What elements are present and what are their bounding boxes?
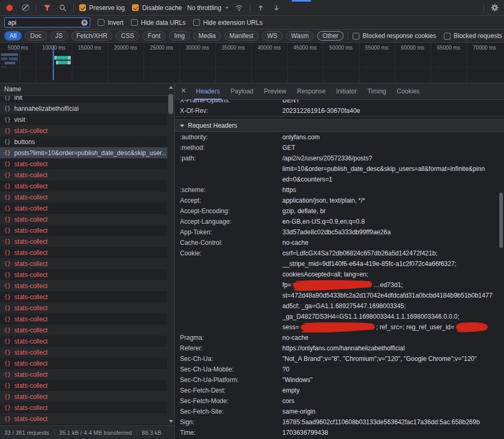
request-row[interactable]: {}stats-collect [0,347,174,358]
request-row[interactable]: {}visit [0,114,174,125]
json-doc-icon: {} [4,327,11,333]
request-row[interactable]: {}stats-collect [0,247,174,258]
scrollbar-thumb[interactable] [168,94,173,114]
tab-preview[interactable]: Preview [259,83,292,100]
request-row[interactable]: {}stats-collect [0,380,174,391]
timeline-tick-label: 5000 ms [8,45,28,51]
filter-chip-font[interactable]: Font [142,31,166,41]
clear-filter-icon[interactable]: × [81,20,88,26]
request-row[interactable]: {}stats-collect [0,192,174,203]
request-row[interactable]: {}buttons [0,136,174,147]
settings-button[interactable] [489,3,500,13]
json-doc-icon: {} [4,172,11,178]
record-button[interactable] [4,3,15,13]
request-row[interactable]: {}stats-collect [0,369,174,380]
request-row[interactable]: {}stats-collect [0,402,174,413]
scroll-down-icon[interactable] [169,420,173,423]
filter-toggle-button[interactable] [42,3,52,13]
request-row[interactable]: {}stats-collect [0,280,174,291]
search-button[interactable] [58,3,68,13]
checkbox-box[interactable] [98,19,104,26]
filter-chip-ws[interactable]: WS [262,31,282,41]
checkbox-hide-data-urls[interactable]: Hide data URLs [131,19,186,26]
details-scrollbar[interactable] [498,83,504,439]
timeline-gridline [179,43,180,83]
request-row[interactable]: {}stats-collect [0,391,174,402]
timeline-gridline [108,43,108,83]
filter-chip-css[interactable]: CSS [116,31,139,41]
request-row[interactable]: {}stats-collect [0,203,174,214]
json-doc-icon: {} [4,216,11,222]
filter-input[interactable]: api × [4,17,90,27]
tab-response[interactable]: Response [292,83,331,100]
request-row[interactable]: {}stats-collect [0,258,174,269]
network-conditions-button[interactable] [234,3,244,13]
header-value: onlyfans.com [282,132,504,142]
request-headers-section[interactable]: Request Headers [175,119,504,132]
filter-chip-wasm[interactable]: Wasm [286,31,315,41]
checkbox-blocked-requests[interactable]: Blocked requests [444,32,502,40]
clear-button[interactable] [20,3,31,13]
filter-chip-all[interactable]: All [4,31,22,41]
request-row[interactable]: {}hannahelizabethofficial [0,103,174,114]
timeline-overview[interactable]: 5000 ms10000 ms15000 ms20000 ms25000 ms3… [0,43,504,83]
request-row[interactable]: {}stats-collect [0,358,174,369]
request-row[interactable]: {}stats-collect [0,336,174,347]
name-column-header[interactable]: Name [0,83,174,96]
request-row[interactable]: {}stats-collect [0,269,174,280]
import-har-button[interactable] [255,3,266,13]
request-list-scrollbar[interactable] [167,83,174,425]
checkbox-invert[interactable]: Invert [98,19,123,26]
close-icon[interactable]: × [177,86,191,97]
scrollbar-thumb[interactable] [499,193,503,248]
checkbox-box[interactable] [444,33,451,40]
request-row[interactable]: {}stats-collect [0,214,174,225]
checkbox-blocked-response-cookies[interactable]: Blocked response cookies [353,32,436,40]
filter-chip-js[interactable]: JS [50,31,68,41]
scroll-up-icon[interactable] [169,86,173,89]
filter-chip-fetch-xhr[interactable]: Fetch/XHR [71,31,113,41]
filter-chip-other[interactable]: Other [317,31,344,41]
details-tabs: × HeadersPayloadPreviewResponseInitiator… [175,83,504,100]
filter-chip-manifest[interactable]: Manifest [224,31,259,41]
request-name: visit [14,116,25,123]
request-row[interactable]: {}stats-collect [0,236,174,247]
request-row[interactable]: {}stats-collect [0,413,174,424]
header-value-text: cookiesAccepted=all; lang=en; [282,271,368,278]
filter-chip-img[interactable]: Img [169,31,190,41]
checkbox-preserve-log[interactable]: Preserve log [79,4,125,12]
request-row[interactable]: {}posts?limit=10&order=publish_date_desc… [0,147,174,158]
export-har-button[interactable] [271,3,282,13]
tab-timing[interactable]: Timing [362,83,392,100]
checkbox-box[interactable] [79,4,86,11]
request-row[interactable]: {}stats-collect [0,313,174,325]
checkbox-box[interactable] [131,19,138,26]
request-row[interactable]: {}stats-collect [0,158,174,169]
checkbox-box[interactable] [193,19,200,26]
tab-headers[interactable]: Headers [191,83,225,100]
request-row[interactable]: {}stats-collect [0,169,174,180]
request-row[interactable]: {}init [0,96,174,103]
filter-chip-doc[interactable]: Doc [25,31,46,41]
tab-payload[interactable]: Payload [225,83,259,100]
request-row[interactable]: {}stats-collect [0,325,174,336]
header-value-text: en-GB,en-US;q=0.9,en;q=0.8 [282,218,365,225]
tab-cookies[interactable]: Cookies [392,83,425,100]
checkbox-box[interactable] [353,33,359,40]
timeline-tick-label: 40000 ms [258,45,281,51]
request-row[interactable]: {}stats-collect [0,180,174,192]
request-row[interactable]: {}stats-collect [0,291,174,302]
request-row[interactable]: {}stats-collect [0,125,174,136]
throttling-select[interactable]: No throttling ▼ [187,4,229,12]
request-row[interactable]: {}stats-collect [0,302,174,313]
request-name: stats-collect [14,238,47,245]
checkbox-disable-cache[interactable]: Disable cache [132,4,182,12]
request-row[interactable]: {}stats-collect [0,225,174,236]
filter-chip-media[interactable]: Media [193,31,221,41]
tab-initiator[interactable]: Initiator [331,83,362,100]
checkbox-hide-extension-urls[interactable]: Hide extension URLs [193,19,263,26]
json-doc-icon: {} [4,294,11,300]
checkbox-box[interactable] [132,4,139,11]
timeline-gridline [215,43,216,83]
header-value-line: cookiesAccepted=all; lang=en; [282,269,504,280]
